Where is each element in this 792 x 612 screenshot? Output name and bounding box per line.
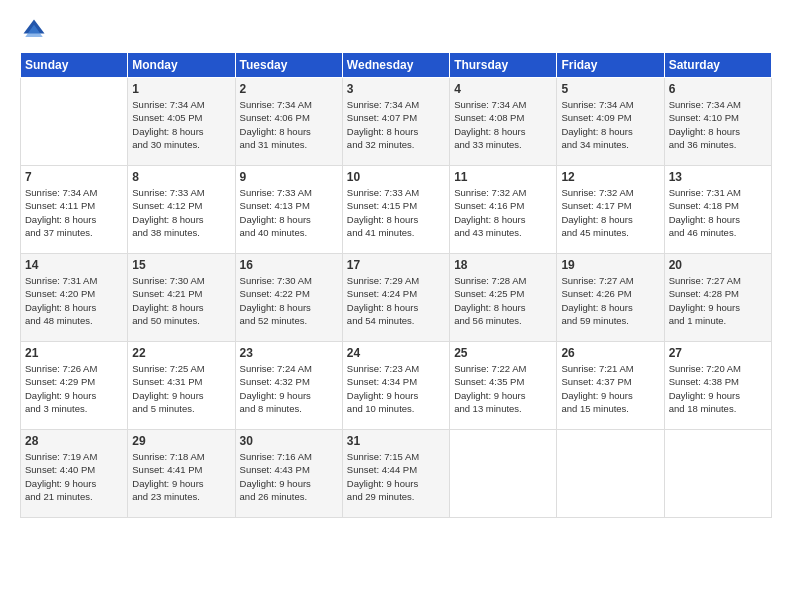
day-info: Sunrise: 7:21 AM Sunset: 4:37 PM Dayligh…	[561, 363, 633, 414]
day-cell: 2Sunrise: 7:34 AM Sunset: 4:06 PM Daylig…	[235, 78, 342, 166]
day-info: Sunrise: 7:30 AM Sunset: 4:22 PM Dayligh…	[240, 275, 312, 326]
day-number: 21	[25, 346, 123, 360]
day-info: Sunrise: 7:20 AM Sunset: 4:38 PM Dayligh…	[669, 363, 741, 414]
day-info: Sunrise: 7:16 AM Sunset: 4:43 PM Dayligh…	[240, 451, 312, 502]
day-info: Sunrise: 7:22 AM Sunset: 4:35 PM Dayligh…	[454, 363, 526, 414]
calendar-table: SundayMondayTuesdayWednesdayThursdayFrid…	[20, 52, 772, 518]
day-number: 15	[132, 258, 230, 272]
day-number: 14	[25, 258, 123, 272]
day-info: Sunrise: 7:34 AM Sunset: 4:07 PM Dayligh…	[347, 99, 419, 150]
day-cell: 19Sunrise: 7:27 AM Sunset: 4:26 PM Dayli…	[557, 254, 664, 342]
day-cell: 8Sunrise: 7:33 AM Sunset: 4:12 PM Daylig…	[128, 166, 235, 254]
week-row-5: 28Sunrise: 7:19 AM Sunset: 4:40 PM Dayli…	[21, 430, 772, 518]
weekday-header-monday: Monday	[128, 53, 235, 78]
day-cell	[664, 430, 771, 518]
day-cell: 11Sunrise: 7:32 AM Sunset: 4:16 PM Dayli…	[450, 166, 557, 254]
day-info: Sunrise: 7:34 AM Sunset: 4:09 PM Dayligh…	[561, 99, 633, 150]
day-number: 3	[347, 82, 445, 96]
week-row-4: 21Sunrise: 7:26 AM Sunset: 4:29 PM Dayli…	[21, 342, 772, 430]
day-info: Sunrise: 7:33 AM Sunset: 4:13 PM Dayligh…	[240, 187, 312, 238]
day-cell: 28Sunrise: 7:19 AM Sunset: 4:40 PM Dayli…	[21, 430, 128, 518]
day-cell: 21Sunrise: 7:26 AM Sunset: 4:29 PM Dayli…	[21, 342, 128, 430]
day-info: Sunrise: 7:24 AM Sunset: 4:32 PM Dayligh…	[240, 363, 312, 414]
day-info: Sunrise: 7:27 AM Sunset: 4:26 PM Dayligh…	[561, 275, 633, 326]
day-info: Sunrise: 7:34 AM Sunset: 4:06 PM Dayligh…	[240, 99, 312, 150]
day-info: Sunrise: 7:27 AM Sunset: 4:28 PM Dayligh…	[669, 275, 741, 326]
day-number: 22	[132, 346, 230, 360]
weekday-header-sunday: Sunday	[21, 53, 128, 78]
day-info: Sunrise: 7:34 AM Sunset: 4:11 PM Dayligh…	[25, 187, 97, 238]
day-info: Sunrise: 7:23 AM Sunset: 4:34 PM Dayligh…	[347, 363, 419, 414]
day-info: Sunrise: 7:33 AM Sunset: 4:15 PM Dayligh…	[347, 187, 419, 238]
day-info: Sunrise: 7:31 AM Sunset: 4:20 PM Dayligh…	[25, 275, 97, 326]
day-cell	[557, 430, 664, 518]
weekday-header-saturday: Saturday	[664, 53, 771, 78]
day-number: 27	[669, 346, 767, 360]
day-cell: 13Sunrise: 7:31 AM Sunset: 4:18 PM Dayli…	[664, 166, 771, 254]
day-cell: 22Sunrise: 7:25 AM Sunset: 4:31 PM Dayli…	[128, 342, 235, 430]
day-cell: 24Sunrise: 7:23 AM Sunset: 4:34 PM Dayli…	[342, 342, 449, 430]
day-cell: 20Sunrise: 7:27 AM Sunset: 4:28 PM Dayli…	[664, 254, 771, 342]
day-cell: 25Sunrise: 7:22 AM Sunset: 4:35 PM Dayli…	[450, 342, 557, 430]
day-number: 30	[240, 434, 338, 448]
day-cell: 12Sunrise: 7:32 AM Sunset: 4:17 PM Dayli…	[557, 166, 664, 254]
day-cell: 10Sunrise: 7:33 AM Sunset: 4:15 PM Dayli…	[342, 166, 449, 254]
day-number: 13	[669, 170, 767, 184]
day-info: Sunrise: 7:32 AM Sunset: 4:17 PM Dayligh…	[561, 187, 633, 238]
day-number: 19	[561, 258, 659, 272]
day-number: 17	[347, 258, 445, 272]
day-info: Sunrise: 7:25 AM Sunset: 4:31 PM Dayligh…	[132, 363, 204, 414]
day-number: 7	[25, 170, 123, 184]
week-row-1: 1Sunrise: 7:34 AM Sunset: 4:05 PM Daylig…	[21, 78, 772, 166]
day-number: 2	[240, 82, 338, 96]
day-number: 18	[454, 258, 552, 272]
weekday-header-tuesday: Tuesday	[235, 53, 342, 78]
day-cell: 27Sunrise: 7:20 AM Sunset: 4:38 PM Dayli…	[664, 342, 771, 430]
day-number: 28	[25, 434, 123, 448]
day-info: Sunrise: 7:34 AM Sunset: 4:08 PM Dayligh…	[454, 99, 526, 150]
day-info: Sunrise: 7:26 AM Sunset: 4:29 PM Dayligh…	[25, 363, 97, 414]
week-row-2: 7Sunrise: 7:34 AM Sunset: 4:11 PM Daylig…	[21, 166, 772, 254]
day-number: 29	[132, 434, 230, 448]
day-number: 1	[132, 82, 230, 96]
week-row-3: 14Sunrise: 7:31 AM Sunset: 4:20 PM Dayli…	[21, 254, 772, 342]
day-number: 9	[240, 170, 338, 184]
day-cell: 1Sunrise: 7:34 AM Sunset: 4:05 PM Daylig…	[128, 78, 235, 166]
day-cell: 15Sunrise: 7:30 AM Sunset: 4:21 PM Dayli…	[128, 254, 235, 342]
day-cell: 6Sunrise: 7:34 AM Sunset: 4:10 PM Daylig…	[664, 78, 771, 166]
weekday-header-friday: Friday	[557, 53, 664, 78]
calendar-page: SundayMondayTuesdayWednesdayThursdayFrid…	[0, 0, 792, 612]
day-cell: 18Sunrise: 7:28 AM Sunset: 4:25 PM Dayli…	[450, 254, 557, 342]
day-info: Sunrise: 7:30 AM Sunset: 4:21 PM Dayligh…	[132, 275, 204, 326]
day-cell: 29Sunrise: 7:18 AM Sunset: 4:41 PM Dayli…	[128, 430, 235, 518]
day-info: Sunrise: 7:34 AM Sunset: 4:05 PM Dayligh…	[132, 99, 204, 150]
day-cell: 26Sunrise: 7:21 AM Sunset: 4:37 PM Dayli…	[557, 342, 664, 430]
day-number: 24	[347, 346, 445, 360]
day-cell: 3Sunrise: 7:34 AM Sunset: 4:07 PM Daylig…	[342, 78, 449, 166]
day-number: 12	[561, 170, 659, 184]
day-info: Sunrise: 7:15 AM Sunset: 4:44 PM Dayligh…	[347, 451, 419, 502]
day-info: Sunrise: 7:33 AM Sunset: 4:12 PM Dayligh…	[132, 187, 204, 238]
day-info: Sunrise: 7:34 AM Sunset: 4:10 PM Dayligh…	[669, 99, 741, 150]
day-number: 6	[669, 82, 767, 96]
day-number: 26	[561, 346, 659, 360]
day-number: 16	[240, 258, 338, 272]
day-cell: 31Sunrise: 7:15 AM Sunset: 4:44 PM Dayli…	[342, 430, 449, 518]
day-cell: 30Sunrise: 7:16 AM Sunset: 4:43 PM Dayli…	[235, 430, 342, 518]
day-info: Sunrise: 7:29 AM Sunset: 4:24 PM Dayligh…	[347, 275, 419, 326]
day-cell: 7Sunrise: 7:34 AM Sunset: 4:11 PM Daylig…	[21, 166, 128, 254]
logo-icon	[20, 16, 48, 44]
header	[20, 16, 772, 44]
day-cell	[450, 430, 557, 518]
logo	[20, 16, 52, 44]
weekday-header-wednesday: Wednesday	[342, 53, 449, 78]
day-number: 11	[454, 170, 552, 184]
day-cell: 14Sunrise: 7:31 AM Sunset: 4:20 PM Dayli…	[21, 254, 128, 342]
day-number: 10	[347, 170, 445, 184]
weekday-header-row: SundayMondayTuesdayWednesdayThursdayFrid…	[21, 53, 772, 78]
day-cell: 5Sunrise: 7:34 AM Sunset: 4:09 PM Daylig…	[557, 78, 664, 166]
day-number: 8	[132, 170, 230, 184]
day-cell: 16Sunrise: 7:30 AM Sunset: 4:22 PM Dayli…	[235, 254, 342, 342]
day-number: 5	[561, 82, 659, 96]
day-info: Sunrise: 7:18 AM Sunset: 4:41 PM Dayligh…	[132, 451, 204, 502]
